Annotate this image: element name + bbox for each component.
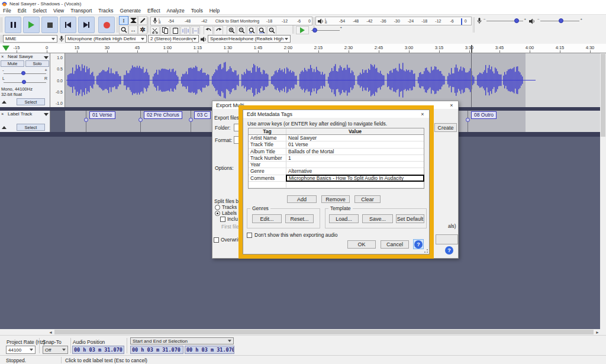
playback-meter[interactable]: LR -54-48-42-36-30-24-18-12-60 xyxy=(315,17,472,25)
recording-channels-select[interactable]: 2 (Stereo) Recording Cha xyxy=(148,35,199,43)
menu-tools[interactable]: Tools xyxy=(191,8,203,14)
redo-button[interactable] xyxy=(214,26,223,35)
metadata-dialog-titlebar[interactable]: Edit Metadata Tags xyxy=(243,110,429,118)
zoom-in-button[interactable] xyxy=(227,26,236,35)
play-button[interactable] xyxy=(23,17,40,33)
value-cell[interactable]: 1 xyxy=(286,155,424,161)
pause-button[interactable] xyxy=(5,17,21,33)
audio-host-select[interactable]: MME xyxy=(3,35,57,43)
track-label[interactable]: 03 C xyxy=(194,111,211,119)
export-help-button[interactable]: ? xyxy=(444,245,454,255)
recording-volume-thumb[interactable] xyxy=(514,18,519,23)
track-name[interactable]: Label Track xyxy=(8,111,32,117)
solo-button[interactable]: Solo xyxy=(25,60,49,67)
mute-button[interactable]: Mute xyxy=(1,60,24,67)
skip-to-end-button[interactable] xyxy=(78,17,95,33)
track-name[interactable]: Neal Sawye xyxy=(8,54,33,59)
split-by-labels-radio[interactable]: Labels xyxy=(215,210,237,216)
dont-show-checkbox[interactable]: Don't show this when exporting audio xyxy=(247,232,338,238)
track-label[interactable]: 02 Pre Chorus xyxy=(144,111,182,119)
save-template-button[interactable]: Save... xyxy=(362,214,393,223)
recording-meter[interactable]: LR -54 -48 -42 Click to Start Monitoring… xyxy=(150,17,312,25)
menu-tracks[interactable]: Tracks xyxy=(98,8,113,14)
menu-analyze[interactable]: Analyze xyxy=(167,8,185,14)
zoom-toggle-button[interactable] xyxy=(267,26,276,35)
tag-cell[interactable]: Track Title xyxy=(249,141,286,147)
play-at-speed-button[interactable] xyxy=(296,26,309,34)
value-cell[interactable]: Neal Sawyer xyxy=(286,135,424,141)
menu-select[interactable]: Select xyxy=(33,8,47,14)
play-speed-thumb[interactable] xyxy=(312,28,317,33)
undo-button[interactable] xyxy=(204,26,213,35)
selection-start-field[interactable]: 00 h 03 m 31.070 s xyxy=(130,346,183,354)
label-handle[interactable] xyxy=(189,118,193,122)
toolbar-grip[interactable] xyxy=(1,17,2,33)
audio-track-waveform-area[interactable] xyxy=(65,53,600,107)
menu-edit[interactable]: Edit xyxy=(18,8,27,14)
export-cancel-button-partial[interactable] xyxy=(436,234,458,244)
tag-cell[interactable]: Year xyxy=(249,162,286,167)
menu-view[interactable]: View xyxy=(53,8,64,14)
tag-cell[interactable]: Artist Name xyxy=(249,135,286,141)
cut-button[interactable] xyxy=(150,26,160,35)
tag-cell[interactable]: Track Number xyxy=(249,155,286,161)
timeline-pin-icon[interactable] xyxy=(2,46,9,51)
toolbar-grip[interactable] xyxy=(292,25,294,34)
value-cell[interactable]: Alternative xyxy=(286,168,424,174)
multi-tool-button[interactable]: ✲ xyxy=(138,25,147,34)
toolbar-grip[interactable] xyxy=(147,17,149,33)
selection-tool-button[interactable]: I xyxy=(119,16,128,25)
skip-to-start-button[interactable] xyxy=(60,17,76,33)
remove-button[interactable]: Remove xyxy=(321,195,350,203)
collapse-track-icon[interactable] xyxy=(2,101,7,104)
pan-slider[interactable]: L R xyxy=(2,77,47,84)
recording-volume-slider[interactable]: −+ xyxy=(483,17,526,25)
value-cell[interactable]: Microphone Basics - How To Split Audio I… xyxy=(286,175,424,181)
playback-device-select[interactable]: Speaker/Headphone (Realtek High xyxy=(208,35,291,43)
toolbar-grip[interactable] xyxy=(117,17,118,33)
tag-cell[interactable]: Album Title xyxy=(249,149,286,154)
horizontal-scrollbar[interactable]: ◄ ► xyxy=(0,329,606,335)
add-button[interactable]: Add xyxy=(287,195,317,203)
cancel-button[interactable]: Cancel xyxy=(381,240,409,249)
audio-position-field[interactable]: 00 h 03 m 31.070 s xyxy=(72,346,124,354)
timeline-ruler[interactable]: -1501530451:001:151:301:452:002:152:302:… xyxy=(0,44,606,53)
draw-tool-button[interactable] xyxy=(138,16,147,25)
track-menu-icon[interactable] xyxy=(44,56,49,59)
playback-volume-slider[interactable]: −+ xyxy=(537,17,582,25)
value-cell[interactable] xyxy=(286,162,424,167)
label-handle[interactable] xyxy=(138,118,143,122)
export-close-icon[interactable]: × xyxy=(447,102,456,108)
stop-button[interactable] xyxy=(41,17,58,33)
track-label[interactable]: 01 Verse xyxy=(89,111,115,119)
close-track-button[interactable]: × xyxy=(1,111,4,117)
vertical-scrollbar-thumb[interactable] xyxy=(601,54,605,137)
metadata-table[interactable]: TagValueArtist NameNeal SawyerTrack Titl… xyxy=(248,128,424,189)
track-menu-icon[interactable] xyxy=(44,113,49,116)
menu-file[interactable]: File xyxy=(3,8,11,14)
create-button[interactable]: Create xyxy=(434,123,457,132)
resize-grip[interactable] xyxy=(424,249,428,253)
menu-effect[interactable]: Effect xyxy=(147,8,160,14)
value-cell[interactable]: 01 Verse xyxy=(286,141,424,147)
pan-thumb[interactable] xyxy=(22,80,26,84)
vertical-scrollbar[interactable] xyxy=(600,53,606,329)
playback-volume-thumb[interactable] xyxy=(559,18,563,23)
envelope-tool-button[interactable] xyxy=(128,16,138,25)
ok-button[interactable]: OK xyxy=(347,240,376,249)
recording-device-select[interactable]: Microphone (Realtek High Defini xyxy=(65,35,147,43)
set-default-template-button[interactable]: Set Default xyxy=(396,214,424,223)
silence-audio-button[interactable] xyxy=(191,26,200,35)
record-button[interactable] xyxy=(98,17,115,33)
selection-mode-select[interactable]: Start and End of Selection xyxy=(130,337,234,344)
edit-genres-button[interactable]: Edit... xyxy=(252,214,282,223)
gain-thumb[interactable] xyxy=(21,71,25,75)
selection-end-field[interactable]: 00 h 03 m 31.070 s xyxy=(185,346,234,354)
menu-generate[interactable]: Generate xyxy=(120,8,141,14)
play-speed-slider[interactable]: + xyxy=(311,26,342,34)
scroll-left-icon[interactable]: ◄ xyxy=(47,329,54,335)
tag-cell[interactable] xyxy=(249,182,286,188)
label-handle[interactable] xyxy=(84,118,88,122)
track-select-button[interactable]: Select xyxy=(17,124,45,131)
reset-genres-button[interactable]: Reset... xyxy=(285,214,314,223)
